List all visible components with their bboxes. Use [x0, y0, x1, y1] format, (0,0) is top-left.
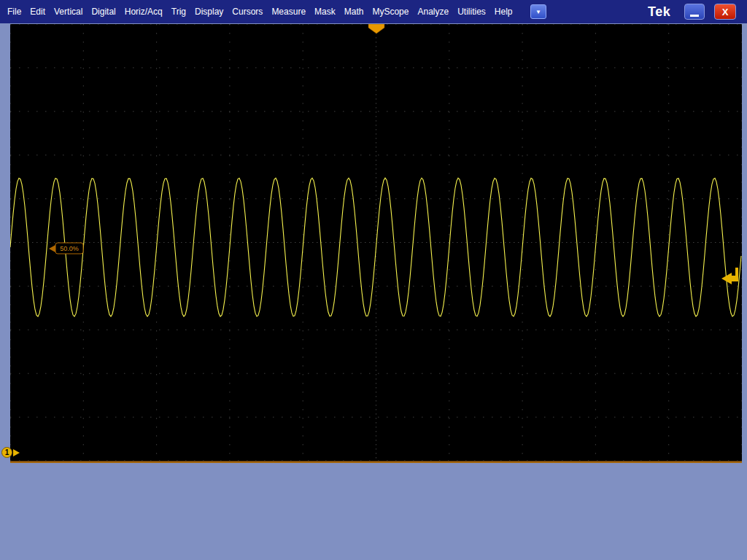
- menu-item-mask[interactable]: Mask: [310, 0, 340, 23]
- menu-item-trig[interactable]: Trig: [167, 0, 190, 23]
- scope-graticule-svg: 50.0%: [10, 24, 742, 461]
- menu-item-horiz-acq[interactable]: Horiz/Acq: [120, 0, 167, 23]
- menu-item-math[interactable]: Math: [340, 0, 368, 23]
- trigger-position-marker[interactable]: [368, 24, 384, 34]
- chevron-down-icon: ▼: [535, 9, 541, 15]
- menu-item-analyze[interactable]: Analyze: [413, 0, 453, 23]
- menu-item-display[interactable]: Display: [190, 0, 228, 23]
- menu-item-edit[interactable]: Edit: [26, 0, 50, 23]
- menu-item-cursors[interactable]: Cursors: [228, 0, 267, 23]
- menu-items: FileEditVerticalDigitalHoriz/AcqTrigDisp…: [3, 0, 517, 23]
- minimize-icon: [690, 15, 699, 17]
- channel1-position-marker[interactable]: 1: [1, 447, 20, 458]
- trigger-percent-text: 50.0%: [60, 245, 79, 252]
- menu-item-file[interactable]: File: [3, 0, 26, 23]
- channel1-arrow-icon: [13, 449, 20, 456]
- tek-logo: Tek: [648, 4, 670, 20]
- menu-dropdown-button[interactable]: ▼: [530, 4, 546, 19]
- menu-item-utilities[interactable]: Utilities: [453, 0, 490, 23]
- status-panel: C1 20.0mV/div 50Ω BW:20.0G A' C1 79.6mV …: [0, 463, 747, 560]
- menu-item-measure[interactable]: Measure: [267, 0, 310, 23]
- close-button[interactable]: X: [714, 4, 736, 20]
- trigger-percent-flag[interactable]: 50.0%: [49, 243, 83, 254]
- menu-item-myscope[interactable]: MyScope: [368, 0, 413, 23]
- menu-item-digital[interactable]: Digital: [87, 0, 120, 23]
- minimize-button[interactable]: [684, 4, 705, 20]
- trigger-level-marker[interactable]: [721, 268, 738, 284]
- menu-bar: FileEditVerticalDigitalHoriz/AcqTrigDisp…: [0, 0, 747, 23]
- menu-item-help[interactable]: Help: [490, 0, 517, 23]
- channel1-badge-icon: 1: [1, 447, 12, 458]
- menu-item-vertical[interactable]: Vertical: [50, 0, 87, 23]
- close-icon: X: [722, 7, 729, 18]
- waveform-display[interactable]: 50.0%: [10, 24, 742, 461]
